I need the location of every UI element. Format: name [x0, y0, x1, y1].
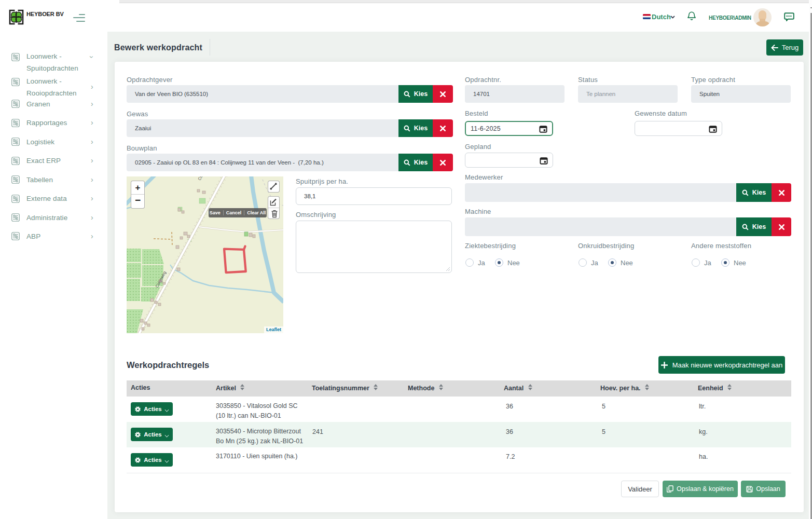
svg-text:Co: Co: [197, 176, 204, 181]
